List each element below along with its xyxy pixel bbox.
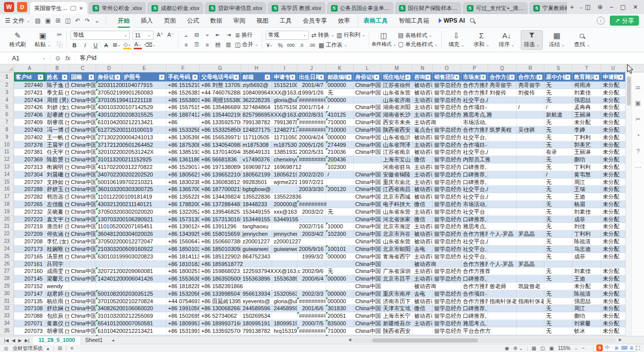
header-cell-B[interactable]: 姓名▼ <box>45 72 69 81</box>
cell-N17[interactable]: 被动咨询 <box>413 193 433 201</box>
cell-O6[interactable]: 留学总经办 <box>433 111 461 119</box>
cell-C10[interactable]: China中国 <box>69 141 96 149</box>
cell-U20[interactable]: 未分配 <box>601 216 625 223</box>
cell-I23[interactable]: z20001227 <box>272 238 297 245</box>
cell-S7[interactable]: 无 <box>544 119 573 126</box>
cell-H7[interactable]: 799138782 <box>241 119 272 126</box>
cell-N3[interactable]: 被动咨询 <box>413 89 433 97</box>
cell-E4[interactable] <box>122 97 167 104</box>
cell-D31[interactable]: 370105200210270824 <box>96 298 122 305</box>
cell-O10[interactable]: 留学总经办 <box>433 141 461 149</box>
cell-Q19[interactable] <box>488 208 517 216</box>
cell-U2[interactable]: 未分配 <box>601 81 625 89</box>
row-number[interactable]: 18 <box>0 201 14 208</box>
cell-R3[interactable]: 刘俊伶 <box>517 89 544 97</box>
filter-dropdown-icon[interactable]: ▼ <box>115 74 120 80</box>
cell-T14[interactable]: 黄韦慧 <box>573 171 601 179</box>
conditional-format-button[interactable]: ◫条件格式 ⌄ <box>373 31 395 49</box>
cell-I6[interactable] <box>272 111 297 119</box>
clear-format-button[interactable]: ⌫ ⌄ <box>144 41 155 49</box>
cell-S3[interactable]: 无 <box>544 89 573 97</box>
cell-U16[interactable]: 未分配 <box>601 186 625 193</box>
cell-L11[interactable]: China中国 <box>354 148 381 156</box>
cell-B19[interactable]: 吴晓蔓 (女 <box>45 208 69 216</box>
cell-H17[interactable]: 135522836 <box>241 193 272 201</box>
cell-C33[interactable]: China中国 <box>69 312 96 320</box>
cell-O7[interactable] <box>433 119 461 126</box>
underline-button[interactable]: U <box>92 41 100 49</box>
cell-O3[interactable]: 留学总经办 <box>433 89 461 97</box>
grid-plus-icon[interactable]: ⊞ <box>58 345 62 351</box>
chinese-mode-icon[interactable]: 中 <box>605 344 609 351</box>
cell-S32[interactable]: 无 <box>544 305 573 312</box>
font-size-select[interactable]: 11⌄ <box>132 31 153 40</box>
cell-K14[interactable]: / <box>326 171 354 179</box>
cell-K7[interactable]: 710000 <box>326 119 354 126</box>
header-cell-M[interactable]: 现住地址▼ <box>381 72 413 81</box>
cell-Q2[interactable]: 亮哥留学 <box>488 81 517 89</box>
cell-M32[interactable]: 天津市宝坻 <box>381 305 413 312</box>
cell-B4[interactable]: 周煜 (男) <box>45 97 69 104</box>
worksheet-button[interactable]: ▦工作表 ⌄ <box>318 41 347 49</box>
cell-H10[interactable]: m1875308 <box>241 141 272 149</box>
cell-U11[interactable]: 未分配 <box>601 148 625 156</box>
prev-sheet-icon[interactable]: ◀ <box>12 338 15 343</box>
cell-G19[interactable]: +86 1395468251 <box>200 208 241 216</box>
cell-N24[interactable]: 去电 <box>413 245 433 253</box>
cell-B14[interactable]: 刘晨曦 (女 <box>45 171 69 179</box>
cell-G27[interactable]: +86 1598680231 <box>200 268 241 275</box>
cell-E29[interactable] <box>122 283 167 290</box>
cell-Q3[interactable]: 刘俊伶 <box>488 89 517 97</box>
cell-F26[interactable]: +86 18101832 <box>167 260 200 268</box>
cell-G3[interactable]: +44 7460762888 <box>200 89 241 97</box>
percent-format-icon[interactable]: % <box>276 41 284 49</box>
menu-item-会员专享[interactable]: 会员专享 <box>297 15 333 27</box>
cell-B24[interactable]: 桂婉唯 (女 <box>45 245 69 253</box>
cell-T35[interactable]: 钦冰 <box>573 327 601 335</box>
cell-N5[interactable]: 主动咨询 <box>413 104 433 111</box>
cell-U18[interactable]: 未分配 <box>601 201 625 208</box>
menu-item-开始[interactable]: 开始 <box>112 15 135 27</box>
cell-I20[interactable]: 53449155 <box>272 216 297 223</box>
cell-H2[interactable]: ziyi5692@ <box>241 81 272 89</box>
cell-C8[interactable]: China中国 <box>69 126 96 134</box>
cell-Q8[interactable]: 筑梦美程 <box>488 126 517 134</box>
new-document-button[interactable]: + <box>567 3 577 11</box>
filter-dropdown-icon[interactable]: ▼ <box>192 74 198 80</box>
cell-G4[interactable]: +86 周煜155380 <box>200 97 241 104</box>
cell-T6[interactable]: 王丽淋 <box>573 111 601 119</box>
outline-icon[interactable]: ≡ <box>70 345 73 351</box>
cell-N6[interactable]: 主动咨询 <box>413 111 433 119</box>
cell-G7[interactable]: +86 1335925706 <box>200 119 241 126</box>
cell-G25[interactable]: +86 1851229020 <box>200 253 241 260</box>
header-cell-L[interactable]: 身份证地▼ <box>354 72 381 81</box>
cell-L8[interactable]: China中国 <box>354 126 381 134</box>
cell-U15[interactable]: 未分配 <box>601 179 625 186</box>
undo-icon[interactable]: ↶ <box>75 17 80 24</box>
align-top-icon[interactable]: ⫠ <box>182 31 190 39</box>
cell-O35[interactable]: 留学总经办 <box>433 327 461 335</box>
cell-G35[interactable]: +86 1335925706 <box>200 327 241 335</box>
cell-P12[interactable]: 内部员工推 <box>461 156 488 163</box>
cell-U6[interactable]: 未分配 <box>601 111 625 119</box>
cell-T11[interactable]: 王丽淋 <box>573 148 601 156</box>
horizontal-scrollbar-thumb[interactable] <box>372 338 478 342</box>
cell-L19[interactable]: China中国 <box>354 208 381 216</box>
cell-P2[interactable]: 合作方推荐 <box>461 81 488 89</box>
cell-R30[interactable] <box>517 290 544 298</box>
cell-D6[interactable]: 430102200208315525 <box>96 111 122 119</box>
cell-B15[interactable]: 文静如 (女 <box>45 179 69 186</box>
cell-M24[interactable]: 北京市朝阳 <box>381 245 413 253</box>
cell-B34[interactable]: 黄嘉仪 (女 <box>45 320 69 327</box>
cell-Q17[interactable] <box>488 193 517 201</box>
cell-S29[interactable] <box>544 283 573 290</box>
column-header-O[interactable]: O <box>433 64 461 72</box>
cell-J18[interactable]: ######### <box>297 201 326 208</box>
cell-N29[interactable]: 被动咨询 <box>413 283 433 290</box>
cell-U29[interactable]: 未分配 <box>601 283 625 290</box>
cell-C28[interactable]: China中国 <box>69 275 96 283</box>
cell-N34[interactable]: 主动咨询 <box>413 320 433 327</box>
cell-R4[interactable] <box>517 97 544 104</box>
cell-L15[interactable]: China中国 <box>354 179 381 186</box>
cell-E35[interactable] <box>122 327 167 335</box>
